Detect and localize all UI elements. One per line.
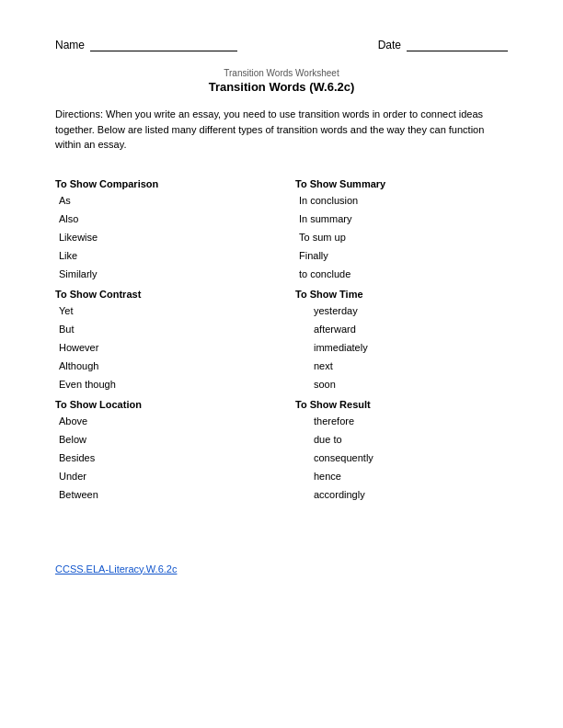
page-title: Transition Words (W.6.2c) [55, 80, 508, 94]
list-item: Also [55, 213, 268, 224]
right-section-header-summary: To Show Summary [295, 178, 508, 189]
list-item: Likewise [55, 232, 268, 243]
list-item: Similarly [55, 268, 268, 279]
list-item: But [55, 324, 268, 335]
list-item: immediately [295, 342, 508, 353]
date-line [407, 37, 508, 51]
list-item: In summary [295, 213, 508, 224]
list-item: Besides [55, 452, 268, 463]
footer: CCSS.ELA-Literacy.W.6.2c [55, 563, 508, 575]
subtitle: Transition Words Worksheet [55, 68, 508, 78]
list-item: soon [295, 379, 508, 390]
right-section-header-time: To Show Time [295, 289, 508, 300]
list-item: to conclude [295, 268, 508, 279]
header-row: Name Date [55, 37, 508, 51]
left-section-header-contrast: To Show Contrast [55, 289, 268, 300]
list-item: yesterday [295, 305, 508, 316]
title-section: Transition Words Worksheet Transition Wo… [55, 68, 508, 94]
date-label: Date [378, 39, 401, 51]
list-item: due to [295, 434, 508, 445]
list-item: Even though [55, 379, 268, 390]
name-label: Name [55, 39, 85, 51]
list-item: Above [55, 415, 268, 427]
list-item: Below [55, 434, 268, 445]
list-item: next [295, 360, 508, 371]
list-item: However [55, 342, 268, 353]
list-item: To sum up [295, 232, 508, 243]
list-item: As [55, 195, 268, 206]
list-item: therefore [295, 415, 508, 427]
list-item: Yet [55, 305, 268, 316]
list-item: Under [55, 471, 268, 482]
list-item: Like [55, 250, 268, 261]
name-field: Name [55, 37, 237, 51]
right-section-header-result: To Show Result [295, 399, 508, 410]
left-section-header-comparison: To Show Comparison [55, 178, 268, 189]
list-item: hence [295, 471, 508, 482]
name-line [90, 37, 237, 51]
list-item: Finally [295, 250, 508, 261]
left-section-header-location: To Show Location [55, 399, 268, 410]
list-item: accordingly [295, 489, 508, 500]
list-item: Between [55, 489, 268, 500]
list-item: In conclusion [295, 195, 508, 206]
list-item: Although [55, 360, 268, 371]
list-item: consequently [295, 452, 508, 463]
right-column: To Show Summary In conclusion In summary… [277, 169, 508, 507]
directions-text: Directions: When you write an essay, you… [55, 107, 508, 153]
ccss-link[interactable]: CCSS.ELA-Literacy.W.6.2c [55, 563, 177, 574]
left-column: To Show Comparison As Also Likewise Like… [55, 169, 277, 507]
date-field: Date [378, 37, 508, 51]
list-item: afterward [295, 324, 508, 335]
content-columns: To Show Comparison As Also Likewise Like… [55, 169, 508, 507]
